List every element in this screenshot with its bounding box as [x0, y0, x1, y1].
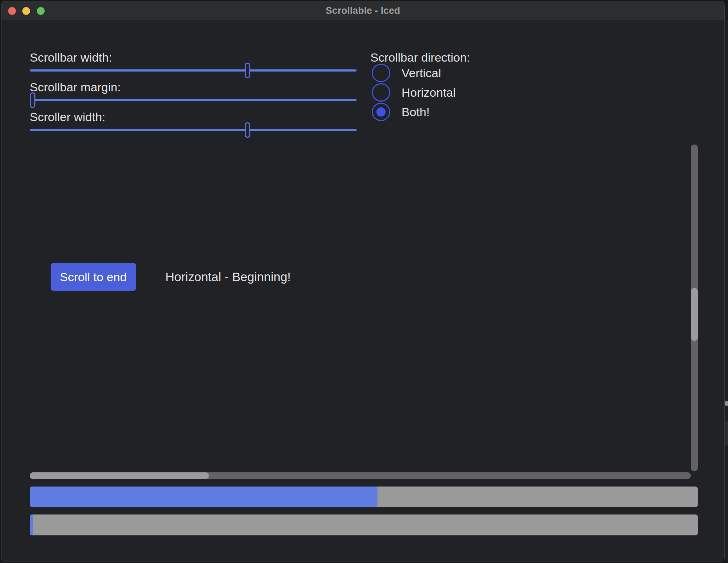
scrollbar-margin-label: Scrollbar margin: — [30, 80, 121, 95]
radio-selected-dot — [376, 107, 386, 116]
horizontal-progress-bar — [30, 487, 698, 507]
vertical-scrollbar[interactable] — [691, 144, 698, 471]
radio-horizontal-label[interactable]: Horizontal — [402, 85, 456, 100]
scroll-to-end-button[interactable]: Scroll to end — [51, 263, 136, 291]
scrollbar-margin-slider-handle[interactable] — [30, 92, 35, 108]
horizontal-scrollbar-thumb[interactable] — [30, 472, 209, 479]
vertical-progress-bar — [30, 514, 698, 535]
vertical-scrollbar-thumb[interactable] — [691, 288, 698, 341]
scroller-width-slider-handle[interactable] — [245, 122, 250, 138]
content-area: Scrollbar width: Scrollbar margin: Scrol… — [1, 21, 724, 562]
vertical-progress-fill — [30, 514, 33, 535]
scroller-width-label: Scroller width: — [30, 109, 106, 124]
window-title: Scrollable - Iced — [1, 1, 724, 20]
titlebar: Scrollable - Iced — [1, 1, 724, 20]
radio-vertical-label[interactable]: Vertical — [402, 66, 441, 80]
app-window: Scrollable - Iced Scrollbar width: Scrol… — [1, 1, 725, 562]
zoom-window-button[interactable] — [37, 7, 45, 15]
desktop-edge-strip — [725, 20, 728, 562]
scrollbar-width-slider-handle[interactable] — [245, 63, 250, 78]
scrollbar-width-label: Scrollbar width: — [30, 50, 112, 65]
radio-vertical[interactable] — [372, 64, 390, 82]
radio-horizontal[interactable] — [372, 83, 390, 102]
radio-both-label[interactable]: Both! — [402, 104, 430, 119]
scroller-width-slider[interactable] — [30, 129, 357, 131]
scrollbar-width-slider[interactable] — [30, 69, 357, 72]
close-window-button[interactable] — [8, 7, 16, 15]
desktop-scrollbar-track-fragment — [725, 421, 728, 445]
scroll-status-text: Horizontal - Beginning! — [165, 269, 291, 284]
desktop-scrollbar-fragment — [725, 401, 728, 406]
horizontal-scrollbar[interactable] — [30, 472, 691, 479]
scrollbar-margin-slider[interactable] — [30, 99, 357, 101]
radio-both[interactable] — [372, 103, 390, 121]
minimize-window-button[interactable] — [22, 7, 30, 15]
scrollbar-direction-label: Scrollbar direction: — [370, 50, 470, 65]
horizontal-progress-fill — [30, 487, 377, 507]
